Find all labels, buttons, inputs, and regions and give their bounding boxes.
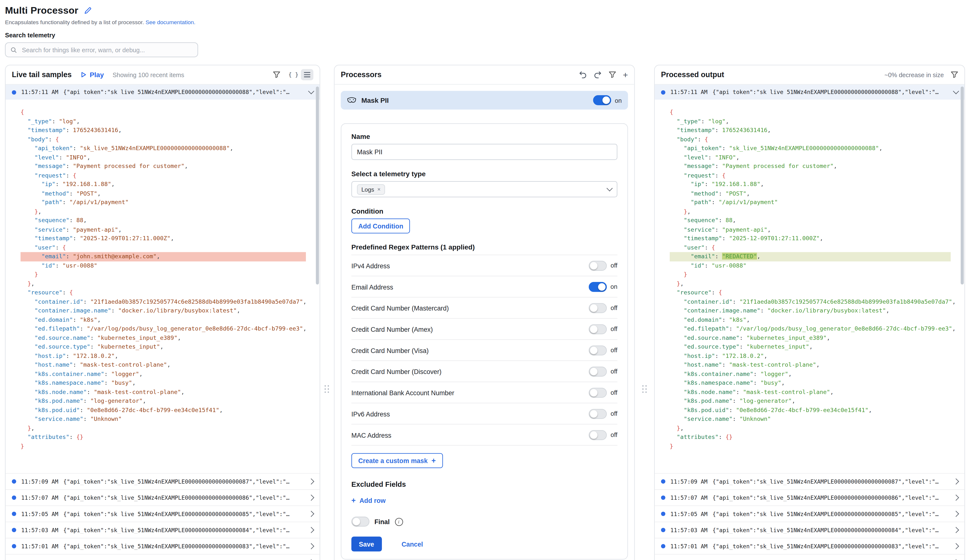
final-label: Final [374,518,390,525]
chip-remove-icon[interactable]: × [377,187,380,192]
pattern-toggle[interactable] [589,345,607,355]
filter-button[interactable] [609,71,616,78]
telemetry-type-label: Select a telemetry type [351,170,617,177]
pattern-row: Credit Card Number (Visa) off [351,340,617,361]
log-preview: {"api_token":"sk_live_51NWz4nEXAMPLE0000… [63,495,304,501]
undo-icon [579,71,587,78]
pattern-toggle[interactable] [589,282,607,292]
filter-icon [609,71,616,78]
pattern-state-label: off [610,347,617,353]
play-button[interactable]: Play [80,71,104,78]
log-entry-expanded[interactable]: 11:57:11 AM {"api_token":"sk_live_51NWz4… [655,85,964,100]
processed-output-panel: Processed output ~0% decrease in size 11… [654,65,965,560]
pattern-toggle[interactable] [589,303,607,313]
chevron-down-icon[interactable] [308,88,314,94]
processor-item-mask-pii[interactable]: Mask PII on [341,91,628,109]
log-entry[interactable]: 11:57:03 AM {"api_token":"sk_live_51NWz4… [655,522,964,538]
panel-splitter[interactable] [635,65,654,560]
log-entry[interactable]: 11:57:05 AM {"api_token":"sk_live_51NWz4… [655,505,964,522]
pattern-row: IPv6 Address off [351,403,617,425]
pattern-toggle[interactable] [589,387,607,397]
log-time: 11:57:09 AM [21,478,59,485]
log-json-viewer-input: { "_type": "log", "timestamp": 176524363… [6,100,319,473]
pattern-state-label: off [610,326,617,332]
add-row-button[interactable]: + Add row [351,497,386,504]
plus-icon: + [431,457,436,465]
redo-button[interactable] [594,71,602,78]
log-entry[interactable]: 11:57:01 AM {"api_token":"sk_live_51NWz4… [655,538,964,554]
log-list: 11:57:09 AM {"api_token":"sk_live_51NWz4… [655,473,964,560]
drag-grip-icon [324,385,329,393]
see-documentation-link[interactable]: See documentation. [146,19,196,25]
pattern-toggle[interactable] [589,367,607,377]
log-dot [661,512,665,516]
log-time: 11:57:05 AM [671,511,707,517]
panels-row: Live tail samples Play Showing 100 recen… [0,65,970,560]
add-processor-button[interactable]: + [623,70,628,79]
pattern-toggle[interactable] [589,430,607,440]
processor-toggle[interactable] [593,95,611,105]
search-box[interactable] [5,42,198,57]
final-toggle[interactable] [351,517,370,527]
chevron-right-icon [308,543,314,549]
search-telemetry-input[interactable] [21,46,192,54]
edit-title-button[interactable] [84,7,92,14]
name-input[interactable] [351,144,617,160]
filter-button[interactable] [951,71,958,78]
filter-icon [273,71,281,78]
excluded-fields-heading: Excluded Fields [351,480,617,488]
telemetry-type-select[interactable]: Logs × [351,181,617,197]
filter-button[interactable] [273,71,281,78]
log-list: 11:57:09 AM {"api_token":"sk_live_51NWz4… [6,473,319,560]
log-entry[interactable]: 11:57:01 AM {"api_token":"sk_live_51NWz4… [6,538,319,554]
log-entry[interactable]: 11:56:59 AM {"api_token":"sk_live_51NWz4… [655,554,964,560]
pattern-toggle[interactable] [589,324,607,334]
live-tail-title: Live tail samples [12,70,72,79]
pattern-label: Credit Card Number (Visa) [351,347,428,354]
log-dot [661,479,665,483]
list-view-button[interactable] [301,69,313,80]
cancel-button[interactable]: Cancel [398,540,426,548]
panel-splitter[interactable] [320,65,334,560]
json-view-button[interactable]: { } [287,69,299,80]
processor-toggle-state: on [615,97,622,103]
pattern-toggle[interactable] [589,260,607,270]
log-entry[interactable]: 11:57:09 AM {"api_token":"sk_live_51NWz4… [6,473,319,489]
scrollbar-thumb[interactable] [961,87,964,284]
log-dot [12,90,16,94]
chevron-down-icon[interactable] [953,88,959,94]
chevron-right-icon [308,511,314,517]
undo-button[interactable] [579,71,587,78]
pattern-state-label: off [610,410,617,417]
info-icon: i [395,518,403,526]
log-dot [12,495,16,500]
log-entry[interactable]: 11:57:07 AM {"api_token":"sk_live_51NWz4… [6,489,319,505]
pattern-label: IPv4 Address [351,262,390,269]
page-title: Multi Processor [5,5,78,16]
scrollbar-thumb[interactable] [316,87,319,284]
chevron-right-icon [308,478,314,485]
patterns-heading: Predefined Regex Patterns (1 applied) [351,243,617,251]
add-condition-button[interactable]: Add Condition [351,218,410,233]
log-dot [12,528,16,532]
pattern-state-label: off [610,304,617,311]
chevron-right-icon [953,511,959,517]
pattern-label: Email Address [351,283,393,290]
log-entry[interactable]: 11:56:59 AM {"api_token":"sk_live_51NWz4… [6,554,319,560]
log-time: 11:57:11 AM [671,89,707,95]
log-entry[interactable]: 11:57:05 AM {"api_token":"sk_live_51NWz4… [6,505,319,522]
pattern-toggle[interactable] [589,408,607,419]
log-entry[interactable]: 11:57:09 AM {"api_token":"sk_live_51NWz4… [655,473,964,489]
page-header: Multi Processor Encapsulates functionali… [0,0,970,57]
log-dot [661,90,665,94]
pattern-state-label: off [610,262,617,269]
log-time: 11:57:05 AM [21,511,59,517]
create-custom-mask-button[interactable]: Create a custom mask + [351,453,443,468]
log-entry-expanded[interactable]: 11:57:11 AM {"api_token":"sk_live_51NWz4… [6,85,319,100]
app-root: Multi Processor Encapsulates functionali… [0,0,970,560]
pattern-row: Credit Card Number (Amex) off [351,318,617,340]
save-button[interactable]: Save [351,537,381,552]
processor-form: Name Select a telemetry type Logs × [341,123,628,560]
log-entry[interactable]: 11:57:07 AM {"api_token":"sk_live_51NWz4… [655,489,964,505]
log-entry[interactable]: 11:57:03 AM {"api_token":"sk_live_51NWz4… [6,522,319,538]
